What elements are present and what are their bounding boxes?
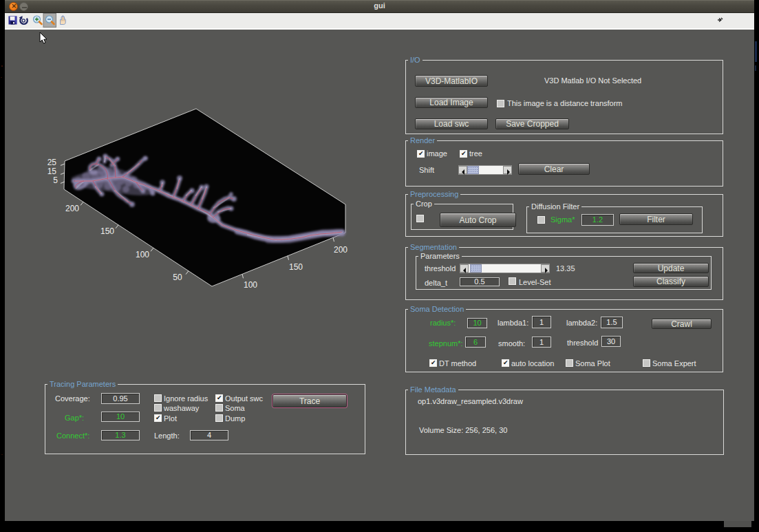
svg-text:25: 25	[47, 158, 57, 167]
svg-text:200: 200	[65, 204, 79, 213]
svg-text:5: 5	[53, 175, 58, 185]
svg-text:15: 15	[47, 167, 57, 176]
svg-text:100: 100	[136, 250, 149, 259]
svg-text:100: 100	[244, 280, 257, 290]
svg-text:200: 200	[334, 245, 348, 255]
svg-text:150: 150	[100, 226, 114, 236]
svg-text:50: 50	[173, 273, 182, 282]
svg-text:150: 150	[289, 262, 303, 272]
